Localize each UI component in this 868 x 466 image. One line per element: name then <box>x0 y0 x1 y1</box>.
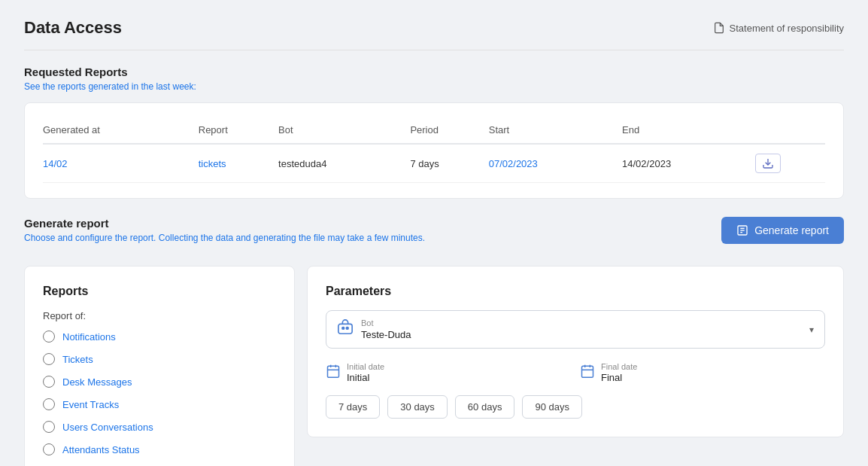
bot-select-value: Teste-Duda <box>361 329 802 340</box>
col-bot: Bot <box>278 118 410 144</box>
30-days-button[interactable]: 30 days <box>387 395 448 419</box>
final-date-item: Final date Final <box>580 362 825 383</box>
days-row: 7 days 30 days 60 days 90 days <box>326 395 825 419</box>
radio-attendants-status-label: Attendants Status <box>62 444 140 455</box>
requested-reports-title: Requested Reports <box>24 65 844 78</box>
radio-event-tracks-input[interactable] <box>43 398 55 410</box>
radio-desk-messages-label: Desk Messages <box>62 376 132 388</box>
statement-link[interactable]: Statement of responsibility <box>713 22 844 34</box>
svg-rect-8 <box>328 366 339 377</box>
reports-card: Reports Report of: Notifications Tickets… <box>24 266 295 466</box>
radio-tickets[interactable]: Tickets <box>43 353 276 365</box>
cell-end: 14/02/2023 <box>622 144 755 183</box>
radio-notifications-input[interactable] <box>43 330 55 343</box>
two-col-layout: Reports Report of: Notifications Tickets… <box>24 266 844 466</box>
report-icon <box>736 224 748 236</box>
table-row: 14/02 tickets testeduda4 7 days 07/02/20… <box>43 144 825 183</box>
generate-report-title: Generate report <box>24 217 425 230</box>
initial-date-item: Initial date Initial <box>326 362 571 383</box>
bot-select-label: Bot <box>361 318 802 327</box>
svg-point-6 <box>342 327 344 330</box>
radio-tickets-label: Tickets <box>62 354 93 365</box>
radio-users-conversations-label: Users Conversations <box>62 422 153 433</box>
col-start: Start <box>489 118 622 144</box>
radio-tickets-input[interactable] <box>43 353 55 365</box>
generate-report-button[interactable]: Generate report <box>721 217 844 244</box>
90-days-button[interactable]: 90 days <box>522 395 582 419</box>
download-button[interactable] <box>755 154 781 173</box>
cell-start: 07/02/2023 <box>489 144 622 183</box>
date-row: Initial date Initial Final d <box>326 362 825 383</box>
final-date-label: Final date <box>601 362 637 371</box>
radio-notifications-label: Notifications <box>62 331 116 343</box>
generate-report-subtitle: Choose and configure the report. Collect… <box>24 233 425 243</box>
svg-rect-12 <box>582 366 593 377</box>
document-icon <box>713 22 725 34</box>
initial-date-label: Initial date <box>347 362 384 371</box>
generate-section-text: Generate report Choose and configure the… <box>24 217 425 254</box>
reports-card-title: Reports <box>43 285 276 298</box>
final-date-value: Final <box>601 372 637 383</box>
page-title: Data Access <box>24 18 122 38</box>
final-date-icon <box>580 364 595 382</box>
requested-reports-section: Requested Reports See the reports genera… <box>24 65 844 199</box>
radio-users-conversations-input[interactable] <box>43 421 55 433</box>
page-header: Data Access Statement of responsibility <box>24 18 844 50</box>
generate-report-section: Generate report Choose and configure the… <box>24 217 844 466</box>
radio-notifications[interactable]: Notifications <box>43 330 276 343</box>
reports-table: Generated at Report Bot Period Start End… <box>43 118 825 183</box>
cell-generated-at: 14/02 <box>43 144 199 183</box>
radio-event-tracks-label: Event Tracks <box>62 399 119 410</box>
col-period: Period <box>410 118 488 144</box>
requested-reports-subtitle: See the reports generated in the last we… <box>24 81 844 92</box>
final-date-text: Final date Final <box>601 362 637 383</box>
report-of-label: Report of: <box>43 310 276 321</box>
parameters-card: Parameters Bot Teste-Duda ▾ <box>307 266 844 437</box>
generate-btn-label: Generate report <box>754 224 829 236</box>
cell-period: 7 days <box>410 144 488 183</box>
radio-desk-messages-input[interactable] <box>43 376 55 388</box>
cell-bot: testeduda4 <box>278 144 410 183</box>
requested-reports-card: Generated at Report Bot Period Start End… <box>24 102 844 199</box>
parameters-card-title: Parameters <box>326 285 825 298</box>
download-icon <box>762 157 774 169</box>
7-days-button[interactable]: 7 days <box>326 395 380 419</box>
chevron-down-icon: ▾ <box>809 324 814 335</box>
radio-event-tracks[interactable]: Event Tracks <box>43 398 276 410</box>
cell-download[interactable] <box>755 144 825 183</box>
col-action <box>755 118 825 144</box>
cell-report: tickets <box>199 144 278 183</box>
initial-date-text: Initial date Initial <box>347 362 384 383</box>
initial-date-icon <box>326 364 341 382</box>
col-generated-at: Generated at <box>43 118 199 144</box>
svg-rect-5 <box>338 324 352 334</box>
60-days-button[interactable]: 60 days <box>455 395 515 419</box>
col-end: End <box>622 118 755 144</box>
statement-link-label: Statement of responsibility <box>730 23 844 34</box>
radio-attendants-status-input[interactable] <box>43 443 55 455</box>
generate-section-header: Generate report Choose and configure the… <box>24 217 844 254</box>
bot-select[interactable]: Bot Teste-Duda ▾ <box>326 310 825 349</box>
bot-icon <box>337 319 354 340</box>
svg-point-7 <box>346 327 348 330</box>
initial-date-value: Initial <box>347 372 384 383</box>
radio-users-conversations[interactable]: Users Conversations <box>43 421 276 433</box>
bot-select-inner: Bot Teste-Duda <box>361 318 802 340</box>
col-report: Report <box>199 118 278 144</box>
radio-attendants-status[interactable]: Attendants Status <box>43 443 276 455</box>
radio-desk-messages[interactable]: Desk Messages <box>43 376 276 388</box>
